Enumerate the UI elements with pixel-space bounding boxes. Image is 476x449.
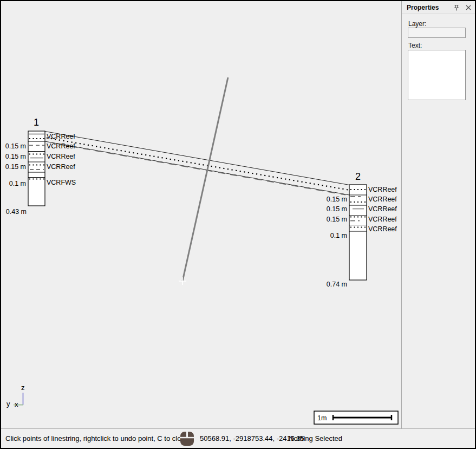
borehole-2-layer-3-name: VCRReef — [368, 216, 397, 223]
borehole-1-layer-2-thickness: 0.15 m — [5, 153, 26, 160]
close-icon[interactable] — [464, 3, 473, 12]
properties-titlebar: Properties — [402, 1, 476, 14]
digitized-linestring — [179, 77, 228, 285]
borehole-2: 2 VCRReef VCRReef VCRReef VCRReef — [327, 171, 397, 288]
axis-z-label: z — [21, 383, 25, 392]
text-input[interactable] — [408, 50, 466, 100]
scale-bar-label: 1m — [317, 414, 327, 422]
borehole-1-layer-4-thickness: 0.1 m — [9, 180, 26, 187]
borehole-1-layer-4-name: VCRFWS — [47, 179, 76, 186]
borehole-2-layer-1-thickness: 0.15 m — [327, 196, 347, 203]
borehole-1-total-depth: 0.43 m — [6, 208, 27, 216]
axis-y-label: y — [6, 400, 10, 408]
layer-label: Layer: — [408, 20, 426, 28]
axis-indicator: z y x — [6, 383, 25, 408]
borehole-1-column — [28, 131, 45, 206]
borehole-2-layer-4-thickness: 0.1 m — [330, 232, 347, 239]
borehole-2-layer-2-name: VCRReef — [368, 205, 397, 213]
status-hint: Click points of linestring, rightclick t… — [5, 434, 188, 443]
borehole-1-layer-2-name: VCRReef — [47, 153, 75, 160]
borehole-2-total-depth: 0.74 m — [327, 281, 347, 288]
text-label: Text: — [408, 42, 422, 49]
borehole-1-layer-1-thickness: 0.15 m — [5, 142, 26, 150]
borehole-2-column — [349, 185, 367, 280]
application-window: 1 VCRReef VCRReef VCRReef V — [0, 0, 476, 449]
properties-title: Properties — [402, 4, 439, 11]
borehole-1: 1 VCRReef VCRReef VCRReef V — [5, 117, 76, 216]
properties-panel: Properties Layer: Text: — [401, 1, 476, 428]
pin-icon[interactable] — [452, 3, 461, 12]
borehole-1-layer-1-name: VCRReef — [47, 142, 75, 150]
scale-bar: 1m — [314, 411, 398, 424]
borehole-1-layer-0-name: VCRReef — [47, 133, 75, 140]
mouse-icon — [180, 431, 194, 448]
correlation-band — [45, 132, 349, 196]
borehole-1-layer-3-name: VCRReef — [47, 163, 75, 171]
borehole-1-id: 1 — [34, 117, 39, 128]
borehole-2-layer-4-name: VCRReef — [368, 225, 397, 233]
borehole-2-layer-0-name: VCRReef — [368, 186, 397, 193]
axis-x-label: x — [15, 400, 18, 408]
borehole-1-layer-3-thickness: 0.15 m — [5, 163, 26, 171]
status-selection: Nothing Selected — [289, 434, 342, 443]
drawing-canvas[interactable]: 1 VCRReef VCRReef VCRReef V — [1, 1, 401, 428]
layer-input[interactable] — [408, 28, 466, 38]
borehole-2-layer-3-thickness: 0.15 m — [327, 216, 347, 223]
borehole-2-layer-1-name: VCRReef — [368, 196, 397, 203]
borehole-2-id: 2 — [355, 171, 361, 182]
borehole-2-layer-2-thickness: 0.15 m — [327, 205, 347, 213]
status-bar: Click points of linestring, rightclick t… — [1, 428, 475, 448]
